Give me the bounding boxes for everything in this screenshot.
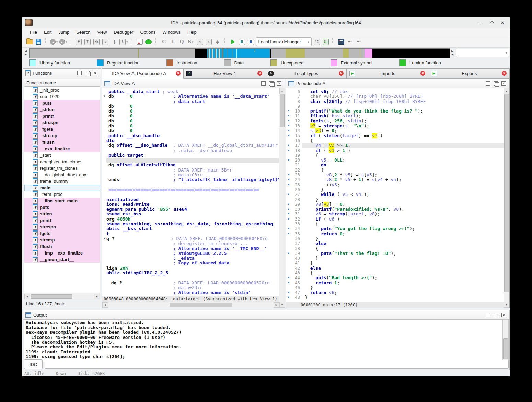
disassembly-listing[interactable]: public __data_start ; weak▼db 0 ; Altern… bbox=[102, 88, 279, 296]
tree-list-button[interactable]: ⁼≡ bbox=[346, 38, 354, 46]
pseudocode-close-icon[interactable]: × bbox=[501, 81, 506, 86]
tab-close-icon[interactable]: × bbox=[420, 71, 425, 76]
function-row[interactable]: f_fgets bbox=[24, 126, 100, 132]
menu-edit[interactable]: Edit bbox=[41, 29, 55, 35]
output-maximize-icon[interactable] bbox=[486, 313, 490, 317]
jump-c-icon[interactable]: C bbox=[160, 38, 168, 46]
ida-view-close-icon[interactable]: × bbox=[277, 81, 281, 86]
pseudocode-line[interactable]: 36 } bbox=[286, 236, 504, 241]
functions-column-header[interactable]: Function name bbox=[24, 79, 100, 87]
function-row[interactable]: f__libc_start_main bbox=[24, 198, 100, 204]
pause-debug-button[interactable] bbox=[238, 38, 246, 46]
pseudocode-line[interactable]: 40 } bbox=[286, 256, 504, 261]
jump-i-icon[interactable]: I bbox=[169, 38, 177, 46]
disasm-line[interactable]: ========================================… bbox=[102, 187, 279, 192]
function-row[interactable]: fprintf bbox=[24, 217, 100, 224]
pseudocode-line[interactable]: •48} bbox=[286, 295, 504, 300]
functions-maximize-icon[interactable] bbox=[77, 71, 82, 75]
function-row[interactable]: f_start bbox=[24, 152, 100, 158]
function-row[interactable]: f_init_proc bbox=[24, 87, 100, 93]
functions-float-icon[interactable] bbox=[85, 71, 90, 75]
tab-ida-view-a-pseudocode-a[interactable]: IDA View-A, Pseudocode-A× bbox=[102, 68, 184, 79]
function-row[interactable]: fderegister_tm_clones bbox=[24, 158, 100, 165]
output-title-bar[interactable]: Output × bbox=[23, 310, 509, 320]
tab-local-types[interactable]: 0Local Types× bbox=[265, 68, 347, 79]
pseudocode-line[interactable]: 42 else bbox=[286, 266, 504, 271]
pseudocode-line[interactable]: •20 v5 = 0LL; bbox=[286, 158, 504, 163]
disasm-line[interactable]: public __data_start ; weak bbox=[102, 89, 279, 94]
trace-button[interactable] bbox=[145, 38, 152, 46]
disasm-line[interactable]: ; main+C3↑r bbox=[102, 173, 279, 177]
disasm-line[interactable]: lign 20h bbox=[102, 266, 279, 271]
disasm-line[interactable] bbox=[102, 192, 279, 197]
function-row[interactable]: f_puts bbox=[24, 100, 100, 106]
disasm-line[interactable]: ions: Read/Write bbox=[102, 202, 279, 207]
save-button[interactable] bbox=[35, 38, 42, 46]
navigation-band[interactable]: ↓ bbox=[29, 48, 450, 58]
function-row[interactable]: fstrlen bbox=[24, 211, 100, 217]
disasm-line[interactable]: org 4050h bbox=[102, 217, 279, 222]
navband-left-arrows[interactable]: ◀▶ bbox=[22, 48, 29, 58]
disasm-line[interactable]: ends ; "l_alcotsft{_tihne__ifnlfaign_igt… bbox=[102, 177, 279, 182]
pseudocode-line[interactable]: •18 if ( v3 > 1 ) bbox=[286, 148, 504, 153]
function-row[interactable]: f_printf bbox=[24, 113, 100, 119]
tab-close-icon[interactable]: × bbox=[257, 71, 262, 76]
menu-search[interactable]: Search bbox=[73, 29, 94, 35]
pseudocode-float-icon[interactable] bbox=[494, 81, 498, 86]
disasm-line[interactable]: dq offset __dso_handle ; DATA XREF: __do… bbox=[102, 143, 279, 148]
function-row[interactable]: f_strcmp bbox=[24, 132, 100, 139]
function-row[interactable]: f__cxa_finalize bbox=[24, 145, 100, 152]
navigate-back-button[interactable]: ◂▾ bbox=[50, 38, 58, 46]
disasm-line[interactable]: ; stdout@GLIBC_2.2.5 bbox=[102, 251, 279, 256]
disasm-line[interactable]: t bbox=[102, 232, 279, 236]
pseudocode-line[interactable]: •12 fgets(s, 256, stdin); bbox=[286, 119, 504, 123]
function-row[interactable]: fframe_dummy bbox=[24, 178, 100, 185]
menu-debugger[interactable]: Debugger bbox=[110, 29, 137, 35]
function-row[interactable]: f__gmon_start__ bbox=[24, 256, 100, 263]
function-row[interactable]: fmain bbox=[24, 185, 100, 191]
functions-hscrollbar[interactable]: ◀▶ bbox=[24, 294, 100, 299]
pseudocode-line[interactable]: 41 } bbox=[286, 261, 504, 265]
disasm-line[interactable]: ; deregister_tm_clones↑o ... bbox=[102, 241, 279, 246]
open-file-button[interactable] bbox=[26, 38, 33, 46]
disasm-line[interactable]: ▼q ? ; DATA XREF: LOAD:00000000000004F0↑… bbox=[102, 236, 279, 241]
idc-input[interactable] bbox=[45, 360, 509, 369]
function-row[interactable]: ffflush bbox=[24, 243, 100, 250]
breakpoint-window-button[interactable]: ▲ bbox=[136, 38, 143, 46]
pseudocode-line[interactable]: 22 { bbox=[286, 168, 504, 173]
pseudocode-line[interactable]: 7 char v8[256]; // [rsp+0h] [rbp-208h] B… bbox=[286, 94, 504, 99]
tree-list2-button[interactable]: ⁼≡ bbox=[355, 38, 363, 46]
pseudocode-line[interactable]: •29 v8[v3] = 0; bbox=[286, 202, 504, 207]
navigate-forward-button[interactable]: ▸▾ bbox=[59, 38, 67, 46]
debug-windows-button[interactable] bbox=[337, 38, 345, 46]
function-row[interactable]: f__do_global_dtors_aux bbox=[24, 172, 100, 178]
ida-view-vscrollbar[interactable]: ▲▼ bbox=[279, 88, 285, 308]
menu-jump[interactable]: Jump bbox=[55, 29, 73, 35]
navband-combo[interactable]: ▾ bbox=[456, 49, 509, 57]
pseudocode-line[interactable]: •31 v6 = strcmp(target, v8); bbox=[286, 212, 504, 216]
pseudocode-line[interactable]: •32 if ( v6 ) bbox=[286, 217, 504, 222]
ida-view-maximize-icon[interactable] bbox=[261, 81, 266, 86]
disasm-line[interactable]: ; main+2D↑r bbox=[102, 285, 279, 290]
pseudocode-line[interactable]: 16 { bbox=[286, 138, 504, 143]
tab-close-icon[interactable]: × bbox=[176, 71, 181, 76]
disasm-line[interactable]: public __dso_handle bbox=[102, 133, 279, 138]
window-button[interactable]: ❐ bbox=[196, 38, 204, 46]
pseudocode-line[interactable]: •23 v8[2 * v5] = s[v5]; bbox=[286, 173, 504, 177]
functions-list[interactable]: f_init_procfsub_1020f_putsf_strlenf_prin… bbox=[24, 86, 100, 293]
function-row[interactable]: fputs bbox=[24, 204, 100, 211]
function-row[interactable]: f_fflush bbox=[24, 139, 100, 145]
menu-help[interactable]: Help bbox=[184, 29, 200, 35]
jump-q-icon[interactable]: Q bbox=[178, 38, 186, 46]
idc-button[interactable]: IDC bbox=[24, 359, 43, 369]
jump-more-icon[interactable]: S▾ bbox=[187, 38, 195, 46]
disasm-line[interactable]: ublic stdin@GLIBC_2_2_5 bbox=[102, 271, 279, 275]
disasm-line[interactable] bbox=[102, 158, 279, 163]
pseudocode-line[interactable]: •14 s[v3] = 0; bbox=[286, 128, 504, 133]
pseudocode-line[interactable]: 8 char s[264]; // [rsp+100h] [rbp-108h] … bbox=[286, 99, 504, 104]
menu-windows[interactable]: Windows bbox=[159, 29, 184, 35]
ida-view-title-bar[interactable]: IDA View-A × bbox=[102, 79, 285, 88]
pseudocode-listing[interactable]: 6 int v6; // ebx7 char v8[256]; // [rsp+… bbox=[286, 88, 504, 302]
pseudocode-vscrollbar[interactable]: ▲▼ bbox=[504, 88, 509, 308]
disasm-line[interactable]: db 0 bbox=[102, 104, 279, 109]
